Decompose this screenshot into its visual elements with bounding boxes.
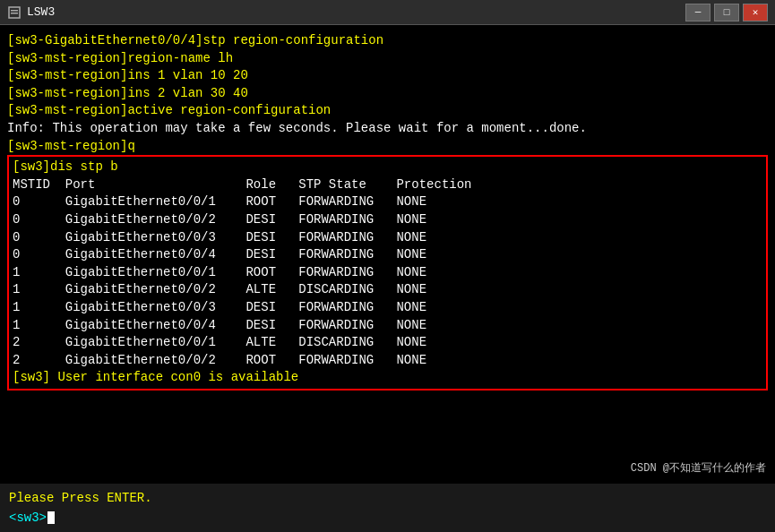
prompt-line: <sw3> bbox=[9, 511, 766, 525]
window-controls: ─ □ ✕ bbox=[685, 4, 768, 21]
minimize-button[interactable]: ─ bbox=[685, 4, 710, 21]
terminal-line-7: [sw3-mst-region]q bbox=[7, 138, 768, 156]
close-button[interactable]: ✕ bbox=[743, 4, 768, 21]
table-row-9: 2 GigabitEthernet0/0/1 ALTE DISCARDING N… bbox=[13, 334, 762, 352]
svg-rect-1 bbox=[11, 10, 18, 12]
table-row-2: 0 GigabitEthernet0/0/2 DESI FORWARDING N… bbox=[13, 211, 762, 229]
terminal-line-2: [sw3-mst-region]region-name lh bbox=[7, 50, 768, 68]
table-row-1: 0 GigabitEthernet0/0/1 ROOT FORWARDING N… bbox=[13, 193, 762, 211]
table-row-3: 0 GigabitEthernet0/0/3 DESI FORWARDING N… bbox=[13, 229, 762, 247]
bottom-section: Please Press ENTER. <sw3> bbox=[0, 484, 775, 532]
terminal-line-6: Info: This operation may take a few seco… bbox=[7, 120, 768, 138]
window-icon bbox=[7, 5, 22, 20]
terminal-prompt: <sw3> bbox=[9, 511, 47, 525]
user-interface-status: [sw3] User interface con0 is available bbox=[13, 369, 762, 387]
window-title: LSW3 bbox=[27, 5, 685, 19]
table-header: MSTID Port Role STP State Protection bbox=[13, 176, 762, 194]
terminal-line-4: [sw3-mst-region]ins 2 vlan 30 40 bbox=[7, 85, 768, 103]
watermark: CSDN @不知道写什么的作者 bbox=[631, 461, 766, 476]
table-row-8: 1 GigabitEthernet0/0/4 DESI FORWARDING N… bbox=[13, 317, 762, 335]
please-press-text: Please Press ENTER. bbox=[9, 491, 766, 505]
terminal-line-1: [sw3-GigabitEthernet0/0/4]stp region-con… bbox=[7, 32, 768, 50]
terminal-line-3: [sw3-mst-region]ins 1 vlan 10 20 bbox=[7, 67, 768, 85]
dis-stp-command: [sw3]dis stp b bbox=[13, 159, 762, 176]
terminal-cursor bbox=[47, 511, 55, 524]
title-bar: LSW3 ─ □ ✕ bbox=[0, 0, 775, 25]
stp-table-box: [sw3]dis stp b MSTID Port Role STP State… bbox=[7, 155, 768, 390]
table-row-5: 1 GigabitEthernet0/0/1 ROOT FORWARDING N… bbox=[13, 264, 762, 282]
table-row-4: 0 GigabitEthernet0/0/4 DESI FORWARDING N… bbox=[13, 246, 762, 264]
table-row-10: 2 GigabitEthernet0/0/2 ROOT FORWARDING N… bbox=[13, 352, 762, 370]
table-row-7: 1 GigabitEthernet0/0/3 DESI FORWARDING N… bbox=[13, 299, 762, 317]
svg-rect-2 bbox=[11, 13, 18, 14]
terminal-body[interactable]: [sw3-GigabitEthernet0/0/4]stp region-con… bbox=[0, 25, 775, 484]
terminal-window: LSW3 ─ □ ✕ [sw3-GigabitEthernet0/0/4]stp… bbox=[0, 0, 775, 532]
maximize-button[interactable]: □ bbox=[714, 4, 739, 21]
terminal-line-5: [sw3-mst-region]active region-configurat… bbox=[7, 102, 768, 120]
table-row-6: 1 GigabitEthernet0/0/2 ALTE DISCARDING N… bbox=[13, 281, 762, 299]
